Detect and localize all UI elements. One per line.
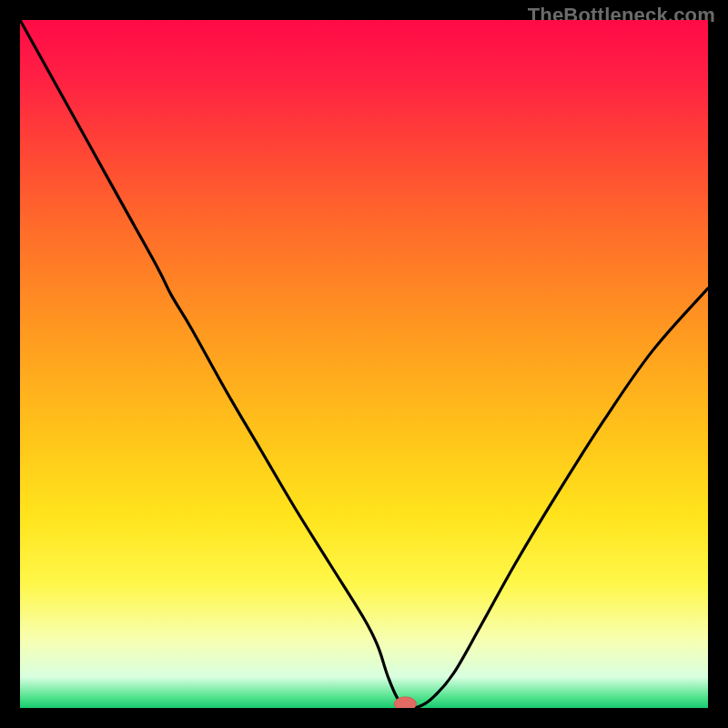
gradient-background — [20, 20, 708, 708]
chart-frame: TheBottleneck.com — [0, 0, 728, 728]
optimal-point-marker — [394, 697, 416, 708]
bottleneck-curve-chart — [20, 20, 708, 708]
plot-area — [20, 20, 708, 708]
